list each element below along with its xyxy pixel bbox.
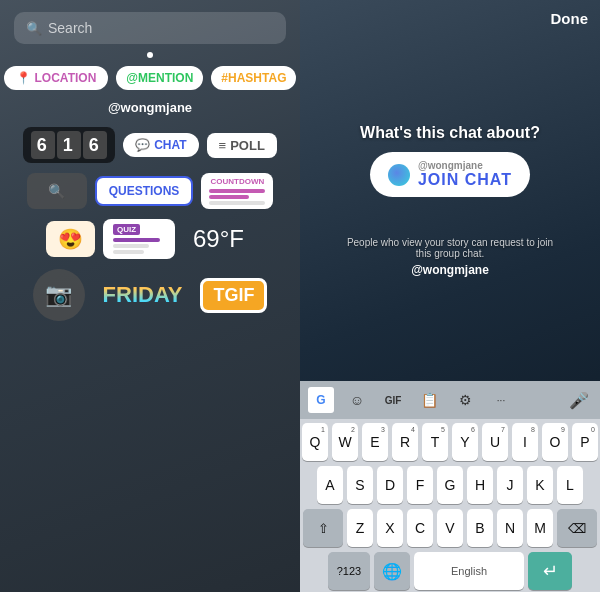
key-D[interactable]: D bbox=[377, 466, 403, 504]
key-L[interactable]: L bbox=[557, 466, 583, 504]
shift-key[interactable]: ⇧ bbox=[303, 509, 343, 547]
sticker-row-2: 6 1 6 💬 CHAT ≡ POLL bbox=[10, 127, 290, 163]
more-icon[interactable]: ··· bbox=[488, 387, 514, 413]
quiz-bar-2 bbox=[113, 244, 149, 248]
key-row-1: Q1 W2 E3 R4 T5 Y6 U7 I8 O9 P0 bbox=[302, 423, 598, 461]
key-G[interactable]: G bbox=[437, 466, 463, 504]
key-I[interactable]: I8 bbox=[512, 423, 538, 461]
stickers-grid: 📍 LOCATION @MENTION #HASHTAG @wongmjane … bbox=[0, 66, 300, 592]
location-icon: 📍 bbox=[16, 71, 31, 85]
sticker-row-3: 🔍 QUESTIONS COUNTDOWN bbox=[10, 173, 290, 209]
counter-digit-1: 6 bbox=[31, 131, 55, 159]
key-K[interactable]: K bbox=[527, 466, 553, 504]
quiz-bars bbox=[113, 238, 165, 254]
poll-icon: ≡ bbox=[219, 138, 227, 153]
sticker-row-5: 📷 FRIDAY TGIF bbox=[10, 269, 290, 321]
key-Q[interactable]: Q1 bbox=[302, 423, 328, 461]
microphone-icon[interactable]: 🎤 bbox=[566, 387, 592, 413]
emoji-sticker[interactable]: 😍 bbox=[46, 221, 95, 257]
username-right: @wongmjane bbox=[320, 263, 580, 277]
key-Y[interactable]: Y6 bbox=[452, 423, 478, 461]
right-content: Done What's this chat about? @wongmjane … bbox=[300, 0, 600, 592]
clipboard-icon[interactable]: 📋 bbox=[416, 387, 442, 413]
key-M[interactable]: M bbox=[527, 509, 553, 547]
key-B[interactable]: B bbox=[467, 509, 493, 547]
counter-digit-2: 1 bbox=[57, 131, 81, 159]
key-N[interactable]: N bbox=[497, 509, 523, 547]
join-chat-badge[interactable]: @wongmjane JOIN CHAT bbox=[370, 152, 530, 197]
countdown-bar-2 bbox=[209, 195, 248, 199]
chat-sticker[interactable]: 💬 CHAT bbox=[123, 133, 198, 157]
key-F[interactable]: F bbox=[407, 466, 433, 504]
backspace-key[interactable]: ⌫ bbox=[557, 509, 597, 547]
camera-icon: 📷 bbox=[45, 282, 72, 308]
countdown-label: COUNTDOWN bbox=[210, 177, 264, 186]
key-T[interactable]: T5 bbox=[422, 423, 448, 461]
left-content: 🔍 Search 📍 LOCATION @MENTION #HASHTAG @w bbox=[0, 0, 300, 592]
join-chat-username: @wongmjane bbox=[418, 160, 512, 171]
key-W[interactable]: W2 bbox=[332, 423, 358, 461]
globe-key[interactable]: 🌐 bbox=[374, 552, 410, 590]
space-key[interactable]: English bbox=[414, 552, 524, 590]
countdown-bar-3 bbox=[209, 201, 265, 205]
keyboard-toolbar: G ☺ GIF 📋 ⚙ ··· 🎤 bbox=[300, 381, 600, 419]
key-Z[interactable]: Z bbox=[347, 509, 373, 547]
quiz-label: QUIZ bbox=[113, 224, 140, 235]
chat-avatar-dot bbox=[388, 164, 410, 186]
key-E[interactable]: E3 bbox=[362, 423, 388, 461]
quiz-sticker[interactable]: QUIZ bbox=[103, 219, 175, 259]
key-C[interactable]: C bbox=[407, 509, 433, 547]
key-row-2: A S D F G H J K L bbox=[302, 466, 598, 504]
key-A[interactable]: A bbox=[317, 466, 343, 504]
join-chat-label: @wongmjane JOIN CHAT bbox=[418, 160, 512, 189]
temperature-sticker[interactable]: 69°F bbox=[183, 219, 254, 259]
countdown-bars bbox=[209, 189, 265, 205]
counter-sticker[interactable]: 6 1 6 bbox=[23, 127, 115, 163]
keyboard-rows: Q1 W2 E3 R4 T5 Y6 U7 I8 O9 P0 A S D F bbox=[300, 419, 600, 592]
key-U[interactable]: U7 bbox=[482, 423, 508, 461]
counter-digit-3: 6 bbox=[83, 131, 107, 159]
left-panel: 🔍 Search 📍 LOCATION @MENTION #HASHTAG @w bbox=[0, 0, 300, 592]
google-icon[interactable]: G bbox=[308, 387, 334, 413]
camera-sticker[interactable]: 📷 bbox=[33, 269, 85, 321]
key-row-bottom: ?123 🌐 English ↵ bbox=[302, 552, 598, 590]
gif-icon[interactable]: GIF bbox=[380, 387, 406, 413]
key-J[interactable]: J bbox=[497, 466, 523, 504]
key-O[interactable]: O9 bbox=[542, 423, 568, 461]
search-sticker[interactable]: 🔍 bbox=[27, 173, 87, 209]
emoji-keyboard-icon[interactable]: ☺ bbox=[344, 387, 370, 413]
tgif-sticker[interactable]: TGIF bbox=[200, 278, 267, 313]
key-R[interactable]: R4 bbox=[392, 423, 418, 461]
hashtag-sticker[interactable]: #HASHTAG bbox=[211, 66, 296, 90]
username-label: @wongmjane bbox=[10, 100, 290, 115]
friday-sticker[interactable]: FRIDAY bbox=[93, 276, 193, 314]
quiz-bar-3 bbox=[113, 250, 144, 254]
key-V[interactable]: V bbox=[437, 509, 463, 547]
quiz-bar-1 bbox=[113, 238, 160, 242]
search-bar[interactable]: 🔍 Search bbox=[14, 12, 286, 44]
key-H[interactable]: H bbox=[467, 466, 493, 504]
key-S[interactable]: S bbox=[347, 466, 373, 504]
key-X[interactable]: X bbox=[377, 509, 403, 547]
search-placeholder: Search bbox=[48, 20, 92, 36]
symbol-key[interactable]: ?123 bbox=[328, 552, 370, 590]
story-question: What's this chat about? bbox=[360, 124, 540, 142]
questions-sticker[interactable]: QUESTIONS bbox=[95, 176, 194, 206]
done-button[interactable]: Done bbox=[551, 10, 589, 27]
search-icon: 🔍 bbox=[26, 21, 42, 36]
sticker-row-4: 😍 QUIZ 69°F bbox=[10, 219, 290, 259]
key-row-3: ⇧ Z X C V B N M ⌫ bbox=[302, 509, 598, 547]
mention-sticker[interactable]: @MENTION bbox=[116, 66, 203, 90]
location-sticker[interactable]: 📍 LOCATION bbox=[4, 66, 109, 90]
key-P[interactable]: P0 bbox=[572, 423, 598, 461]
poll-sticker[interactable]: ≡ POLL bbox=[207, 133, 277, 158]
magnifier-icon: 🔍 bbox=[48, 183, 65, 199]
enter-key[interactable]: ↵ bbox=[528, 552, 572, 590]
toolbar-icons: G ☺ GIF 📋 ⚙ ··· bbox=[308, 387, 514, 413]
story-area: What's this chat about? @wongmjane JOIN … bbox=[300, 0, 600, 381]
info-text: People who view your story can request t… bbox=[320, 237, 580, 259]
sticker-row-1: 📍 LOCATION @MENTION #HASHTAG bbox=[10, 66, 290, 90]
face-emoji-icon: 😍 bbox=[58, 227, 83, 251]
countdown-sticker[interactable]: COUNTDOWN bbox=[201, 173, 273, 209]
settings-icon[interactable]: ⚙ bbox=[452, 387, 478, 413]
